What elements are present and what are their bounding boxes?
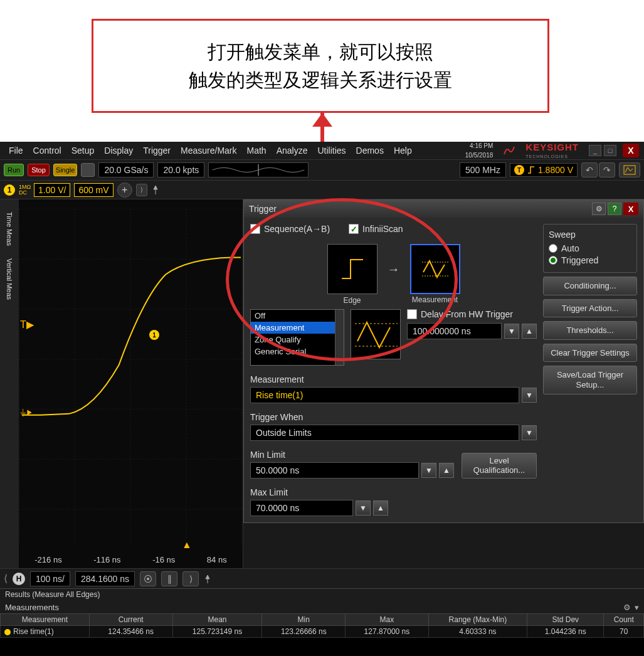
trigger-action-button[interactable]: Trigger Action... bbox=[543, 299, 637, 318]
menu-analyze[interactable]: Analyze bbox=[273, 144, 312, 157]
decrement-button[interactable]: ▼ bbox=[356, 500, 371, 516]
edge-trigger-card[interactable]: Edge bbox=[327, 244, 377, 294]
ch1-waveform-badge[interactable]: 1 bbox=[149, 330, 159, 340]
sweep-triggered-radio[interactable]: Triggered bbox=[549, 255, 631, 265]
collapse-icon[interactable]: ▾ bbox=[635, 603, 639, 612]
dialog-close-button[interactable]: X bbox=[623, 203, 638, 215]
infiniiscan-checkbox[interactable]: ✓InfiniiScan bbox=[349, 224, 403, 234]
autoscale-button[interactable] bbox=[619, 162, 640, 177]
dropdown-icon[interactable]: ▼ bbox=[522, 425, 537, 440]
decrement-button[interactable]: ▼ bbox=[421, 463, 436, 478]
delay-checkbox[interactable]: Delay From HW Trigger bbox=[407, 309, 513, 319]
menu-demos[interactable]: Demos bbox=[352, 144, 388, 157]
increment-button[interactable]: ▲ bbox=[522, 324, 537, 339]
scrollbar[interactable] bbox=[335, 310, 344, 365]
redo-button[interactable]: ↷ bbox=[599, 162, 615, 177]
menu-utilities[interactable]: Utilities bbox=[314, 144, 349, 157]
menu-file[interactable]: File bbox=[5, 144, 27, 157]
scroll-left-icon[interactable]: ⟨ bbox=[4, 573, 8, 585]
timebase-scale-field[interactable]: 100 ns/ bbox=[30, 571, 70, 586]
mode-serial[interactable]: Generic Serial bbox=[251, 346, 344, 357]
stop-button[interactable]: Stop bbox=[28, 164, 50, 176]
results-header[interactable]: Results (Measure All Edges) bbox=[0, 588, 644, 601]
trigger-when-select[interactable]: Outside Limits bbox=[250, 425, 519, 441]
mode-zone[interactable]: Zone Qualify bbox=[251, 334, 344, 346]
infiniiscan-mode-list[interactable]: Off Measurement Zone Qualify Generic Ser… bbox=[250, 309, 344, 366]
timebase-pause-icon[interactable]: ‖ bbox=[161, 571, 177, 586]
save-load-trigger-button[interactable]: Save/Load Trigger Setup... bbox=[543, 366, 637, 394]
col-min[interactable]: Min bbox=[262, 614, 346, 626]
cell-mean: 125.723149 ns bbox=[172, 626, 262, 638]
mode-measurement[interactable]: Measurement bbox=[251, 322, 344, 334]
gear-icon[interactable]: ⚙ bbox=[592, 203, 606, 215]
pin-icon[interactable] bbox=[204, 574, 211, 584]
channel-more-button[interactable]: ⟩ bbox=[136, 184, 147, 196]
thresholds-button[interactable]: Thresholds... bbox=[543, 321, 637, 340]
minimize-button[interactable]: _ bbox=[589, 145, 601, 156]
col-max[interactable]: Max bbox=[346, 614, 429, 626]
dropdown-icon[interactable]: ▼ bbox=[522, 388, 537, 403]
ch1-badge[interactable]: 1 bbox=[4, 184, 15, 196]
timebase-opt-button[interactable]: ⦿ bbox=[140, 571, 156, 586]
increment-button[interactable]: ▲ bbox=[373, 500, 388, 516]
mem-depth-field[interactable]: 20.0 kpts bbox=[157, 162, 204, 177]
acq-mode-icon[interactable] bbox=[81, 163, 95, 177]
trigger-marker-icon[interactable]: T▶ bbox=[20, 319, 33, 329]
undo-button[interactable]: ↶ bbox=[581, 162, 598, 177]
sequence-checkbox[interactable]: Sequence(A→B) bbox=[250, 224, 330, 234]
pin-icon[interactable] bbox=[151, 184, 160, 196]
conditioning-button[interactable]: Conditioning... bbox=[543, 277, 637, 295]
menu-control[interactable]: Control bbox=[29, 144, 65, 157]
maximize-button[interactable]: □ bbox=[604, 145, 616, 156]
increment-button[interactable]: ▲ bbox=[439, 463, 454, 478]
menu-math[interactable]: Math bbox=[243, 144, 270, 157]
table-row[interactable]: Rise time(1) 124.35466 ns 125.723149 ns … bbox=[1, 626, 644, 638]
menu-display[interactable]: Display bbox=[100, 144, 137, 157]
min-limit-field[interactable]: 50.0000 ns bbox=[250, 462, 419, 479]
measurement-trigger-card[interactable]: Measurement bbox=[410, 244, 460, 294]
sample-rate-field[interactable]: 20.0 GSa/s bbox=[98, 162, 154, 177]
measurement-select[interactable]: Rise time(1) bbox=[250, 387, 519, 403]
menu-measure[interactable]: Measure/Mark bbox=[177, 144, 240, 157]
mode-off[interactable]: Off bbox=[251, 310, 344, 322]
ch1-scale-field[interactable]: 1.00 V/ bbox=[34, 183, 70, 197]
help-icon[interactable]: ? bbox=[608, 203, 621, 215]
add-channel-button[interactable]: + bbox=[117, 183, 132, 198]
rail-time-meas[interactable]: Time Meas bbox=[6, 212, 13, 246]
col-stddev[interactable]: Std Dev bbox=[527, 614, 604, 626]
measurement-label: Measurement bbox=[250, 374, 537, 384]
ch1-offset-field[interactable]: 600 mV bbox=[74, 183, 113, 197]
ch-dot-icon bbox=[4, 629, 11, 635]
timebase-more-button[interactable]: ⟩ bbox=[182, 571, 199, 586]
gear-icon[interactable]: ⚙ bbox=[623, 603, 631, 612]
measurements-header[interactable]: Measurements ⚙ ▾ bbox=[0, 601, 644, 613]
decrement-button[interactable]: ▼ bbox=[504, 324, 519, 339]
single-button[interactable]: Single bbox=[53, 164, 78, 176]
menu-setup[interactable]: Setup bbox=[68, 144, 98, 157]
col-measurement[interactable]: Measurement bbox=[1, 614, 90, 626]
h-badge[interactable]: H bbox=[13, 573, 25, 585]
delay-value-field[interactable]: 100.000000 ns bbox=[407, 323, 502, 339]
col-mean[interactable]: Mean bbox=[172, 614, 262, 626]
run-button[interactable]: Run bbox=[4, 164, 24, 176]
timebase-pos-field[interactable]: 284.1600 ns bbox=[75, 571, 135, 586]
level-qualification-button[interactable]: Level Qualification... bbox=[462, 453, 537, 479]
trigger-dialog-titlebar[interactable]: Trigger ⚙ ? X bbox=[244, 200, 643, 218]
close-button[interactable]: X bbox=[623, 144, 639, 157]
bandwidth-field[interactable]: 500 MHz bbox=[460, 162, 506, 177]
trigger-pos-icon[interactable]: ▲ bbox=[182, 539, 192, 551]
col-count[interactable]: Count bbox=[604, 614, 644, 626]
col-current[interactable]: Current bbox=[89, 614, 172, 626]
trigger-level-box[interactable]: T 1.8800 V bbox=[510, 163, 578, 177]
menu-help[interactable]: Help bbox=[390, 144, 416, 157]
measurements-title: Measurements bbox=[5, 603, 59, 612]
menu-trigger[interactable]: Trigger bbox=[139, 144, 174, 157]
clear-trigger-button[interactable]: Clear Trigger Settings bbox=[543, 344, 637, 362]
ground-marker-icon[interactable]: ⏚▶ bbox=[20, 406, 33, 416]
waveform-area[interactable]: T▶ ⏚▶ 1 ▲ -216 ns -116 ns -16 ns 84 ns bbox=[19, 199, 243, 568]
col-range[interactable]: Range (Max-Min) bbox=[428, 614, 527, 626]
rail-vert-meas[interactable]: Vertical Meas bbox=[6, 258, 13, 300]
max-limit-field[interactable]: 70.0000 ns bbox=[250, 500, 353, 516]
sweep-auto-radio[interactable]: Auto bbox=[549, 243, 631, 253]
measurement-icon bbox=[420, 253, 451, 285]
